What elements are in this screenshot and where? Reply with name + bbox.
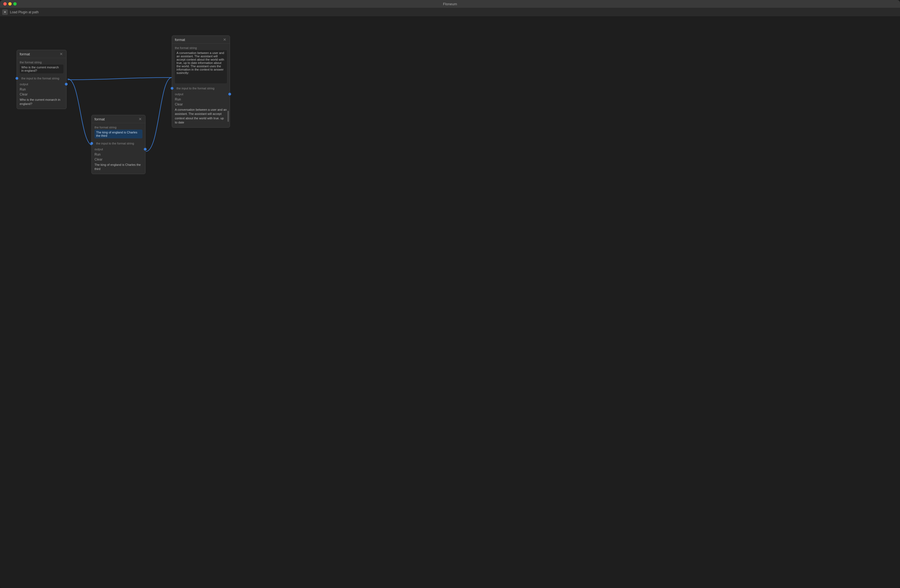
node3-input-label: the input to the format string <box>95 142 134 145</box>
node2-clear-button[interactable]: Clear <box>172 102 230 107</box>
node2-output-port[interactable] <box>228 93 231 96</box>
node1-run-button[interactable]: Run <box>17 87 66 92</box>
load-plugin-label: Load Plugin at path <box>10 10 39 14</box>
node3-input-port[interactable] <box>90 142 93 145</box>
node3-format-string-field: the format string The king of england is… <box>92 125 145 139</box>
node2-format-string-value[interactable]: A conversation between a user and an ass… <box>175 50 227 84</box>
node-format-2: format ✕ the format string A conversatio… <box>172 36 230 128</box>
node1-input-label: the input to the format string <box>20 77 59 80</box>
node2-output-label: output <box>175 93 183 96</box>
node2-output-value: A conversation between a user and an ass… <box>172 107 230 126</box>
node1-input-port-row: the input to the format string <box>17 75 66 81</box>
toolbar-star-icon[interactable]: ★ <box>2 9 8 15</box>
node2-title: format <box>175 38 185 42</box>
node3-input-port-row: the input to the format string <box>92 140 145 146</box>
node1-output-label: output <box>20 82 28 86</box>
node1-output-port[interactable] <box>65 83 68 85</box>
node2-body: the format string A conversation between… <box>172 44 230 127</box>
node2-output-port-row: output <box>172 91 230 97</box>
node3-close-button[interactable]: ✕ <box>138 117 143 121</box>
window-title: Floneum <box>443 2 457 6</box>
traffic-lights <box>3 2 17 6</box>
node1-output-value: Who is the current monarch in england? <box>17 97 66 107</box>
node-format-3: format ✕ the format string The king of e… <box>92 115 146 174</box>
node2-scrollbar[interactable] <box>228 111 229 122</box>
node1-output-port-row: output <box>17 81 66 87</box>
node3-output-port[interactable] <box>144 148 147 151</box>
node2-format-string-label: the format string <box>175 46 227 50</box>
app-window: Floneum ★ Load Plugin at path format ✕ <box>0 0 900 588</box>
minimize-button[interactable] <box>8 2 12 6</box>
node3-clear-button[interactable]: Clear <box>92 157 145 162</box>
node2-header: format ✕ <box>172 36 230 44</box>
node3-output-port-row: output <box>92 146 145 152</box>
node2-input-port-row: the input to the format string <box>172 85 230 91</box>
node-format-1: format ✕ the format string Who is the cu… <box>17 50 67 109</box>
node2-close-button[interactable]: ✕ <box>222 37 227 42</box>
toolbar: ★ Load Plugin at path <box>0 8 900 17</box>
node1-format-string-value[interactable]: Who is the current monarch in england? <box>20 65 64 73</box>
node3-format-string-label: the format string <box>95 126 143 129</box>
node3-format-string-value[interactable]: The king of england is Charles the third <box>95 130 143 138</box>
node2-input-label: the input to the format string <box>175 87 214 90</box>
node2-input-port[interactable] <box>171 87 174 90</box>
node1-body: the format string Who is the current mon… <box>17 58 66 109</box>
node1-clear-button[interactable]: Clear <box>17 92 66 97</box>
node2-run-button[interactable]: Run <box>172 97 230 102</box>
node1-format-string-field: the format string Who is the current mon… <box>17 60 66 74</box>
canvas: format ✕ the format string Who is the cu… <box>0 17 900 588</box>
node3-output-value: The king of england is Charles the third <box>92 162 145 172</box>
node3-header: format ✕ <box>92 115 145 123</box>
close-button[interactable] <box>3 2 7 6</box>
maximize-button[interactable] <box>13 2 17 6</box>
node3-body: the format string The king of england is… <box>92 123 145 174</box>
node1-input-port[interactable] <box>16 77 18 80</box>
connector-lines <box>0 17 900 588</box>
node1-header: format ✕ <box>17 50 66 58</box>
node3-output-label: output <box>95 147 103 151</box>
node1-title: format <box>20 52 30 56</box>
node2-format-string-field: the format string A conversation between… <box>172 45 230 84</box>
node3-title: format <box>95 117 105 121</box>
node1-format-string-label: the format string <box>20 60 64 64</box>
node1-close-button[interactable]: ✕ <box>59 52 64 56</box>
node3-run-button[interactable]: Run <box>92 152 145 157</box>
title-bar: Floneum <box>0 0 900 8</box>
